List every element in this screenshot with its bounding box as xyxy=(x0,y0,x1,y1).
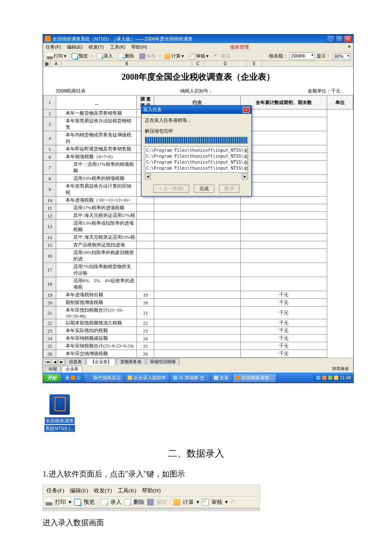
preview-button-2[interactable]: 预览 xyxy=(84,498,95,506)
column-b[interactable]: B xyxy=(62,61,192,66)
taskbar-item-install[interactable]: 安装 xyxy=(211,374,231,382)
toolbar: 打印 ▾ 预览 | 录入 删除 保存 | 计算 ▾ 审核 ▾ 撤消 报表期： 2… xyxy=(43,51,353,61)
preview-button[interactable]: 预览 xyxy=(70,52,89,60)
delete-button[interactable]: 删除 xyxy=(117,52,135,60)
column-d[interactable]: D xyxy=(204,61,247,66)
column-e[interactable]: E xyxy=(247,61,262,66)
row-head: 14 xyxy=(43,234,56,241)
value-cell[interactable] xyxy=(154,291,240,299)
print-button[interactable]: 打印 ▾ xyxy=(46,52,68,60)
item-name: 适用7%扣除率购销货物所支付运输 xyxy=(56,263,137,277)
value-cell[interactable] xyxy=(154,350,240,358)
tab-enterprise-2[interactable]: 企业表 xyxy=(62,366,82,372)
value-cell[interactable] xyxy=(154,234,240,241)
item-name: 本年按简易征收办法征税货物销售 xyxy=(56,117,137,131)
unit-cell xyxy=(240,145,327,153)
value-cell[interactable] xyxy=(154,249,240,263)
audit-button-2[interactable]: 审核 xyxy=(211,498,222,506)
tab-nav-next[interactable]: ▶ xyxy=(58,359,64,365)
menu2-task[interactable]: 任务(F) xyxy=(46,487,64,494)
tab-nav-first[interactable]: ⏮ xyxy=(45,359,51,365)
value-cell[interactable] xyxy=(154,335,240,342)
value-cell[interactable] xyxy=(154,197,240,204)
quick-launch[interactable] xyxy=(63,375,83,381)
inner-close-button[interactable]: × xyxy=(348,44,351,50)
delete-button-2[interactable]: 删除 xyxy=(133,498,144,506)
item-name: 本年应纳税额减征额 xyxy=(56,335,137,342)
menu2-tools[interactable]: 工具(K) xyxy=(118,487,136,494)
folder-icon xyxy=(128,376,132,380)
close-button[interactable]: × xyxy=(344,35,352,42)
start-button[interactable]: 开始 xyxy=(43,374,61,382)
compute-button-2[interactable]: 计算 xyxy=(183,498,194,506)
value-cell[interactable] xyxy=(154,263,240,277)
menu-tools[interactable]: 工具(K) xyxy=(110,44,126,50)
desktop-shortcut[interactable]: 全国税收调查 系统NTSS (... xyxy=(43,394,77,432)
compute-button[interactable]: 计算 ▾ xyxy=(163,52,185,60)
column-a[interactable]: A xyxy=(51,61,62,66)
import-button[interactable]: 录入 xyxy=(95,52,114,60)
taskbar-item-active[interactable]: 全国税收调查... xyxy=(233,374,276,382)
value-cell[interactable] xyxy=(154,277,240,291)
tab-enterprise[interactable]: 【企业表】 xyxy=(86,358,115,365)
log-scroll-left[interactable]: ◄ xyxy=(145,173,151,179)
value-cell[interactable] xyxy=(154,204,240,212)
column-c[interactable]: C xyxy=(192,61,204,66)
tab-nav-prev[interactable]: ◀ xyxy=(52,359,58,365)
tab-audit-detail[interactable]: 审核情况明细 xyxy=(146,358,179,365)
value-cell[interactable] xyxy=(154,220,240,234)
period-combo[interactable]: 2008年 xyxy=(289,52,315,60)
value-cell[interactable] xyxy=(154,212,240,220)
tab-info[interactable]: 信息表 xyxy=(65,358,86,365)
value-cell[interactable] xyxy=(154,342,240,350)
system-tray[interactable]: 11:48 xyxy=(314,375,353,381)
taskbar-item-software[interactable]: 企业录入版软件 xyxy=(125,374,169,382)
dialog-titlebar: 装入任务 × xyxy=(141,106,251,114)
row-head: 18 xyxy=(43,277,56,291)
dialog-close-button[interactable]: × xyxy=(243,107,250,113)
undo-button[interactable]: 撤消 xyxy=(213,52,231,60)
unit-cell xyxy=(240,161,327,175)
row-number xyxy=(137,197,154,204)
value-cell[interactable] xyxy=(154,299,240,306)
audit-button[interactable]: 审核 ▾ xyxy=(188,52,210,60)
item-name: 本年进项税转出额 xyxy=(56,291,137,299)
maximize-button[interactable]: □ xyxy=(335,35,343,42)
grid-corner-button[interactable]: ▦ xyxy=(43,61,51,66)
unit-cell xyxy=(240,212,327,220)
item-name: 农产品收购凭证抵扣进项 xyxy=(56,241,137,249)
taskbar-item-chat[interactable]: 与 郑瑞辉 交 . xyxy=(170,374,210,382)
value-cell[interactable] xyxy=(154,306,240,319)
tab-report-manage[interactable]: 报表管理 xyxy=(230,44,249,50)
finish-button[interactable]: 完成 xyxy=(194,185,214,193)
minimize-button[interactable]: _ xyxy=(327,35,334,42)
taskbar-item-guide[interactable]: 操作指南及注 xyxy=(85,374,124,382)
unit-cell xyxy=(240,117,327,131)
tray-icon-1 xyxy=(316,376,320,380)
save-button[interactable]: 保存 xyxy=(138,52,157,60)
tab-goods[interactable]: 货物劳务表 xyxy=(116,358,145,365)
value-cell[interactable] xyxy=(154,241,240,249)
menu2-send[interactable]: 收发(T) xyxy=(94,487,112,494)
value-cell[interactable] xyxy=(154,319,240,327)
item-name: 本年销项税额（6=7+8） xyxy=(56,153,137,161)
zoom-combo[interactable]: 90% xyxy=(332,53,351,59)
log-scroll-right[interactable]: ► xyxy=(242,173,248,179)
row-head-1: 1 xyxy=(43,95,56,110)
delete-icon-2 xyxy=(124,499,131,506)
menu-edit[interactable]: 编辑(E) xyxy=(67,44,83,50)
print-button-2[interactable]: 打印 xyxy=(55,498,66,506)
app-tray-icon xyxy=(236,376,240,380)
value-cell[interactable] xyxy=(154,327,240,335)
menu-task[interactable]: 任务(F) xyxy=(46,44,61,50)
item-name: 期初留抵增值税额 xyxy=(56,299,137,306)
menu-help[interactable]: 帮助(H) xyxy=(131,44,147,50)
menu2-edit[interactable]: 编辑(E) xyxy=(70,487,88,494)
tab-annual[interactable]: 年报 xyxy=(45,366,61,372)
row-number xyxy=(137,241,154,249)
menu-send[interactable]: 收发(T) xyxy=(89,44,104,50)
import-button-2[interactable]: 录入 xyxy=(110,498,121,506)
app-window: 全国税收调查系统（NTSS）［录入版］——2008年度全国税收调查 _ □ × … xyxy=(43,34,354,383)
menu2-help[interactable]: 帮助(H) xyxy=(142,487,161,494)
item-name: 其中:海关完税凭证适用13%税 xyxy=(56,234,137,241)
